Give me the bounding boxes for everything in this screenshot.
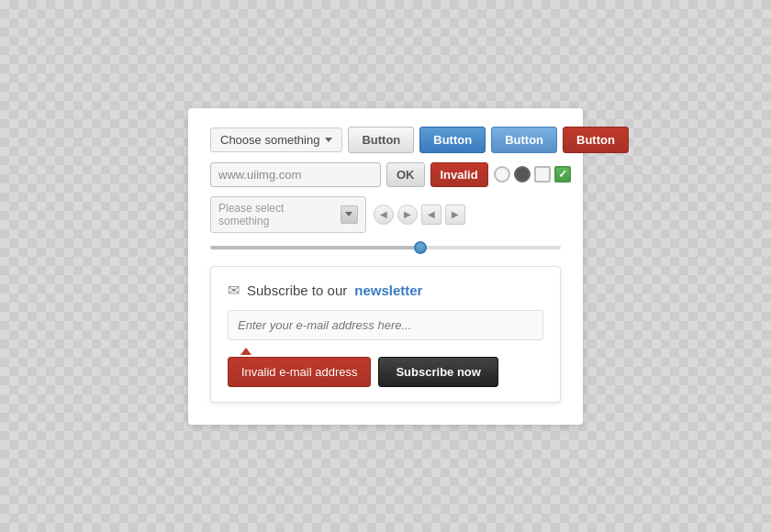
red-button[interactable]: Button [563,127,629,153]
dropdown-label: Choose something [220,133,319,147]
radio-empty[interactable] [494,166,510,183]
checkbox-empty[interactable] [534,166,551,183]
chevron-down-icon [325,138,332,142]
arrow-indicator [240,348,251,355]
ok-button[interactable]: OK [386,162,425,187]
row-input: OK Invalid ✓ [210,162,561,187]
checkbox-checked[interactable]: ✓ [554,166,571,183]
plain-button[interactable]: Button [348,127,414,153]
row-slider [210,242,561,253]
row-buttons: Choose something Button Button Button Bu… [210,127,561,153]
subscribe-button[interactable]: Subscribe now [378,357,497,387]
select-arrow-icon [341,205,358,224]
nav-arrows: ◀ ▶ ◀ ▶ [374,205,465,225]
newsletter-title: ✉ Subscribe to our newsletter [228,282,543,299]
chevron-down-icon [345,212,352,216]
newsletter-highlight: newsletter [354,283,422,298]
slider-thumb[interactable] [414,241,427,254]
nav-next-round[interactable]: ▶ [397,205,418,225]
radio-group: ✓ [494,166,571,183]
blue-button[interactable]: Button [419,127,486,153]
ui-panel: Choose something Button Button Button Bu… [188,108,583,425]
select-dropdown[interactable]: Please select something [210,196,366,233]
radio-filled[interactable] [514,166,531,183]
mail-icon: ✉ [228,282,240,299]
nav-prev-round[interactable]: ◀ [374,205,394,225]
invalid-button[interactable]: Invalid [430,162,488,187]
invalid-email-button[interactable]: Invalid e-mail address [228,357,371,387]
email-input[interactable] [228,310,543,340]
dropdown-button[interactable]: Choose something [210,127,342,152]
url-input[interactable] [210,162,381,187]
nav-next-flat[interactable]: ▶ [445,205,465,225]
select-placeholder: Please select something [218,202,333,227]
newsletter-title-text: Subscribe to our [247,283,347,298]
newsletter-actions: Invalid e-mail address Subscribe now [228,357,543,387]
row-select: Please select something ◀ ▶ ◀ ▶ [210,196,561,233]
newsletter-section: ✉ Subscribe to our newsletter Invalid e-… [210,266,561,403]
nav-prev-flat[interactable]: ◀ [421,205,441,225]
slider-track[interactable] [210,246,561,249]
blue2-button[interactable]: Button [491,127,557,153]
